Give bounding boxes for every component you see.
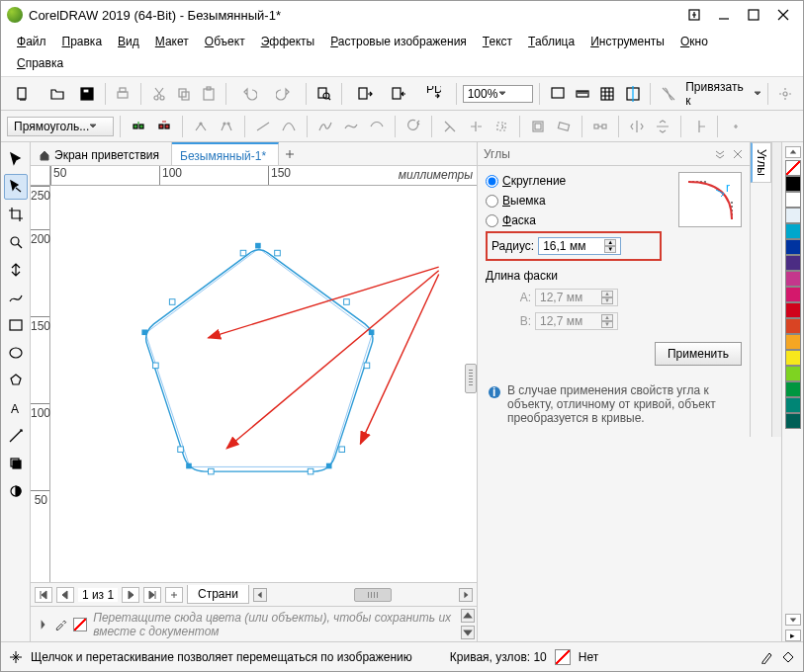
radio-chamfer[interactable]: Фаска [486, 213, 670, 227]
import-button[interactable] [348, 82, 381, 106]
zoom-tool[interactable] [4, 229, 28, 255]
hreflect-button[interactable] [625, 115, 649, 138]
join-nodes-button[interactable] [189, 115, 213, 138]
undo-button[interactable] [232, 82, 265, 106]
page-first-button[interactable] [35, 587, 52, 603]
apply-button[interactable]: Применить [655, 342, 742, 366]
shape-tool[interactable] [4, 174, 28, 200]
swatch-14[interactable] [785, 397, 801, 413]
page-last-button[interactable] [143, 587, 161, 603]
copy-button[interactable] [172, 82, 195, 106]
publish-pdf-button[interactable]: PDF [417, 82, 450, 106]
menu-table[interactable]: Таблица [520, 31, 582, 52]
doc-palette-hint[interactable]: Перетащите сюда цвета (или объекты), что… [31, 606, 477, 641]
swatch-1[interactable] [785, 192, 801, 208]
swatch-13[interactable] [785, 381, 801, 397]
dropshadow-tool[interactable] [4, 451, 28, 476]
swatch-none[interactable] [785, 160, 801, 176]
fullscreen-preview-button[interactable] [546, 82, 569, 106]
docker-title-bar[interactable]: Углы [478, 142, 750, 166]
radio-fillet[interactable]: Скругление [486, 174, 670, 188]
extract-sub-button[interactable] [464, 115, 488, 138]
menu-window[interactable]: Окно [672, 31, 716, 52]
tab-new-button[interactable] [279, 142, 301, 165]
menu-file[interactable]: Файл [9, 31, 54, 52]
align-nodes-button[interactable] [588, 115, 612, 138]
menu-bitmap[interactable]: Растровые изображения [322, 31, 475, 52]
text-tool[interactable]: A [4, 395, 28, 421]
close-button[interactable] [769, 5, 797, 25]
minimize-button[interactable] [710, 5, 738, 25]
maximize-button[interactable] [740, 5, 767, 25]
swatch-4[interactable] [785, 239, 801, 255]
menu-view[interactable]: Вид [110, 31, 147, 52]
menu-edit[interactable]: Правка [54, 31, 111, 52]
stretch-nodes-button[interactable] [526, 115, 550, 138]
symm-node-button[interactable] [365, 115, 389, 138]
rulers-button[interactable] [572, 82, 594, 106]
swatch-11[interactable] [785, 350, 801, 366]
snap-off-button[interactable] [657, 82, 679, 106]
to-line-button[interactable] [251, 115, 275, 138]
select-all-nodes-button[interactable] [724, 115, 748, 138]
swatch-12[interactable] [785, 366, 801, 381]
close-curve-button[interactable] [490, 115, 513, 138]
export-button[interactable] [383, 82, 415, 106]
radius-input[interactable]: 16,1 мм ▲▼ [538, 237, 621, 255]
pen-outline-icon[interactable] [759, 650, 773, 664]
dimension-tool[interactable] [4, 423, 28, 449]
snap-dropdown-icon[interactable] [754, 87, 761, 101]
page-prev-button[interactable] [56, 587, 74, 603]
search-button[interactable] [313, 82, 335, 106]
scrollbar-h[interactable] [253, 588, 473, 602]
palette-scroll-down[interactable] [785, 614, 801, 626]
rectangle-tool[interactable] [4, 312, 28, 338]
docker-side-tab[interactable]: Углы [751, 142, 771, 183]
swatch-15[interactable] [785, 413, 801, 429]
swatch-6[interactable] [785, 271, 801, 287]
radio-scallop[interactable]: Выемка [486, 194, 670, 208]
swatch-0[interactable] [785, 176, 801, 192]
page-tab[interactable]: Страни [187, 585, 249, 604]
freehand-tool[interactable] [4, 285, 28, 310]
scrollbar-v-handle[interactable] [465, 364, 477, 393]
palette-collapse-icon[interactable] [37, 617, 48, 632]
docker-close-icon[interactable] [732, 148, 744, 160]
menu-text[interactable]: Текст [475, 31, 520, 52]
swatch-2[interactable] [785, 208, 801, 223]
menu-layout[interactable]: Макет [147, 31, 197, 52]
rotate-nodes-button[interactable] [552, 115, 576, 138]
to-curve-button[interactable] [277, 115, 301, 138]
color-fill-icon[interactable] [781, 650, 795, 664]
node-mode-combo[interactable]: Прямоуголь... [7, 117, 114, 136]
page-next-button[interactable] [122, 587, 139, 603]
swatch-7[interactable] [785, 287, 801, 302]
transparency-tool[interactable] [4, 478, 28, 504]
pick-tool[interactable] [4, 146, 28, 172]
new-button[interactable] [7, 82, 40, 106]
delete-node-button[interactable] [152, 115, 176, 138]
login-icon[interactable] [680, 5, 708, 25]
cusp-node-button[interactable] [313, 115, 337, 138]
crop-tool[interactable] [4, 202, 28, 227]
none-swatch[interactable] [73, 618, 87, 631]
palette-scroll-up[interactable] [785, 146, 801, 158]
menu-object[interactable]: Объект [197, 31, 253, 52]
eyedropper-icon[interactable] [54, 617, 66, 632]
save-button[interactable] [76, 82, 99, 106]
swatch-3[interactable] [785, 223, 801, 239]
ellipse-tool[interactable] [4, 340, 28, 366]
ruler-horizontal[interactable]: 50 100 150 миллиметры [31, 166, 477, 186]
extend-curve-button[interactable] [438, 115, 462, 138]
smooth-node-button[interactable] [339, 115, 363, 138]
freehand-guide-tool[interactable] [4, 257, 28, 283]
print-button[interactable] [112, 82, 134, 106]
canvas[interactable] [50, 186, 477, 582]
palette-flyout-button[interactable]: ▸ [785, 630, 801, 641]
docker-scrollbar[interactable] [771, 142, 781, 437]
tab-welcome[interactable]: Экран приветствия [31, 142, 172, 165]
swatch-8[interactable] [785, 302, 801, 318]
menu-tools[interactable]: Инструменты [582, 31, 672, 52]
menu-effects[interactable]: Эффекты [253, 31, 323, 52]
zoom-combo[interactable]: 100% [463, 85, 534, 103]
